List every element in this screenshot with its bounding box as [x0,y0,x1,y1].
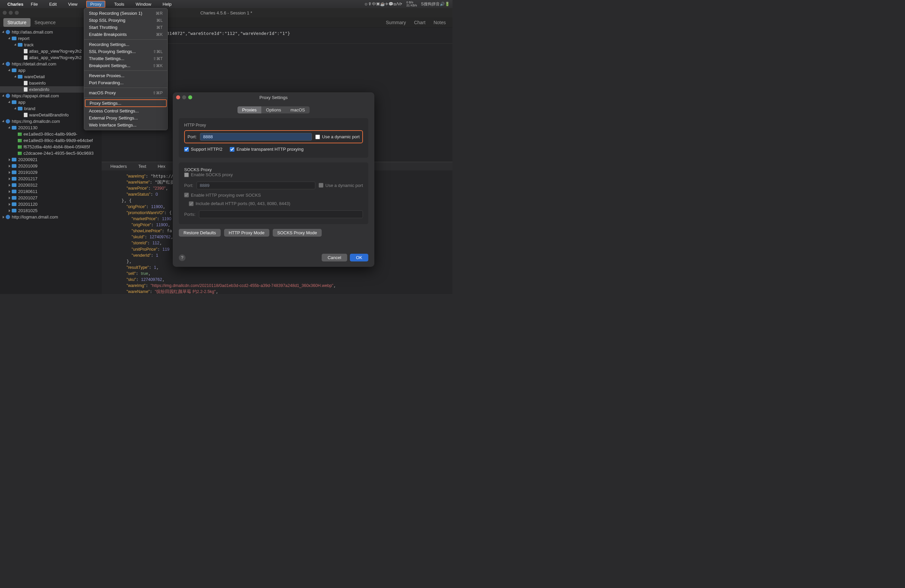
tree-row[interactable]: ee1a8ed3-89cc-4a8b-99d9-e64cbef [0,137,102,144]
tree-label: extendinfo [29,87,49,92]
socks-port-input[interactable] [197,181,315,189]
view-tab-structure[interactable]: Structure [3,18,30,27]
tree-row[interactable]: 20201009 [0,163,102,169]
tree-label: 20191029 [18,170,38,175]
app-name[interactable]: Charles [7,2,24,7]
globe-icon [6,215,10,219]
menu-item[interactable]: Reverse Proxies... [84,72,167,79]
tree-row[interactable]: ee1a8ed3-89cc-4a8b-99d9- [0,131,102,137]
tree-row[interactable]: 20201027 [0,195,102,201]
menu-file[interactable]: File [28,1,41,7]
dialog-segments[interactable]: ProxiesOptionsmacOS [173,106,374,113]
tree-row[interactable]: f6752d9a-4bfd-4b84-8be4-05f485f [0,144,102,150]
socks-port-label: Port: [184,183,193,188]
menu-proxy[interactable]: Proxy [86,1,105,8]
head-tab-summary[interactable]: Summary [386,20,406,25]
status-extra[interactable]: S [421,2,424,6]
menu-item[interactable]: SSL Proxying Settings...⇧⌘L [84,48,167,55]
image-icon [18,145,22,149]
globe-icon [6,119,10,124]
menu-item[interactable]: Stop SSL Proxying⌘L [84,17,167,24]
menu-item[interactable]: Throttle Settings...⇧⌘T [84,55,167,62]
dialog-traffic-lights[interactable] [176,95,192,99]
http-over-socks-checkbox[interactable]: Enable HTTP proxying over SOCKS [184,193,261,198]
menu-item[interactable]: macOS Proxy⇧⌘P [84,89,167,96]
restore-defaults-button[interactable]: Restore Defaults [179,229,221,237]
menu-item[interactable]: Proxy Settings... [85,99,167,107]
tree-row[interactable]: 20201120 [0,201,102,207]
tree-label: 20201120 [18,202,38,207]
socks-ports-input[interactable] [199,210,363,218]
ok-button[interactable]: OK [350,254,368,261]
folder-icon [12,68,16,72]
json-tab-text[interactable]: Text [133,162,152,170]
status-extra[interactable]: 🔊 [440,2,445,6]
menu-help[interactable]: Help [160,1,175,7]
tree-label: atlas_app_view?log=eyJh2 [29,49,81,54]
status-icon[interactable]: ✈ [385,2,389,6]
tree-row[interactable]: 20201217 [0,176,102,182]
tree-row[interactable]: 20200921 [0,156,102,163]
status-icon[interactable]: ☕ [380,2,385,6]
image-icon [18,152,22,155]
menu-item[interactable]: Start Throttling⌘T [84,24,167,31]
folder-icon [12,209,16,213]
menu-view[interactable]: View [65,1,80,7]
socks-proxy-mode-button[interactable]: SOCKS Proxy Mode [273,229,322,237]
menu-item[interactable]: Breakpoint Settings...⇧⌘K [84,62,167,69]
status-extra[interactable]: 搜狗拼音 [424,2,440,6]
enable-socks-checkbox[interactable]: Enable SOCKS proxy [184,172,233,177]
globe-icon [6,30,10,34]
menu-item[interactable]: Web Interface Settings... [84,121,167,129]
image-icon [18,133,22,136]
tree-row[interactable]: 20200312 [0,182,102,188]
status-icon[interactable]: ⟳ [399,2,402,6]
menu-item[interactable]: External Proxy Settings... [84,114,167,121]
menu-item[interactable]: Enable Breakpoints⌘K [84,31,167,38]
status-icon[interactable]: 中 [372,2,376,6]
status-icon[interactable]: 🎙 [368,2,372,6]
json-tab-hex[interactable]: Hex [152,162,171,170]
cancel-button[interactable]: Cancel [322,254,347,261]
head-tab-chart[interactable]: Chart [414,20,426,25]
tree-label: ee1a8ed3-89cc-4a8b-99d9- [24,132,77,137]
http-port-input[interactable] [200,133,312,141]
window-title: Charles 4.5.6 - Session 1 * [200,10,252,16]
proxy-menu-dropdown[interactable]: Stop Recording (Session 1)⌘RStop SSL Pro… [84,8,168,130]
status-extra[interactable]: 🔋 [445,2,450,6]
support-http2-checkbox[interactable]: Support HTTP/2 [184,147,222,152]
include-default-ports-checkbox[interactable]: Include default HTTP ports (80, 443, 808… [189,201,290,206]
seg-proxies[interactable]: Proxies [238,106,261,113]
http-dynamic-port-checkbox[interactable]: Use a dynamic port [315,134,360,139]
tree-label: f6752d9a-4bfd-4b84-8be4-05f485f [24,144,90,149]
menu-item[interactable]: Recording Settings... [84,41,167,48]
status-icon[interactable]: ☺ [364,2,368,6]
status-icon[interactable]: ▣ [376,2,380,6]
tree-row[interactable]: 20191029 [0,169,102,176]
menu-item[interactable]: Access Control Settings... [84,107,167,114]
tree-label: atlas_app_view?log=eyJh2 [29,55,81,60]
view-tab-sequence[interactable]: Sequence [30,18,60,27]
tree-label: https://img.dmallcdn.com [12,119,60,124]
menu-edit[interactable]: Edit [47,1,59,7]
seg-options[interactable]: Options [261,106,286,113]
folder-icon [12,183,16,187]
status-icon[interactable]: 💬 [389,2,394,6]
help-button[interactable]: ? [179,254,186,261]
http-proxy-mode-button[interactable]: HTTP Proxy Mode [224,229,269,237]
socks-dynamic-port-checkbox[interactable]: Use a dynamic port [319,183,363,188]
menu-window[interactable]: Window [133,1,154,7]
traffic-lights[interactable] [3,11,19,15]
head-tab-notes[interactable]: Notes [433,20,446,25]
tree-row[interactable]: 20180611 [0,188,102,195]
tree-row[interactable]: 20181025 [0,207,102,214]
menu-item[interactable]: Stop Recording (Session 1)⌘R [84,10,167,17]
json-tab-headers[interactable]: Headers [105,162,132,170]
tree-label: wareDetail [24,74,44,79]
tree-row[interactable]: http://logman.dmall.com [0,214,102,220]
seg-macos[interactable]: macOS [286,106,310,113]
menu-item[interactable]: Port Forwarding... [84,79,167,86]
transparent-proxy-checkbox[interactable]: Enable transparent HTTP proxying [230,147,303,152]
menu-tools[interactable]: Tools [111,1,127,7]
tree-row[interactable]: c2dcacee-24e1-4935-9ec5-90c9693 [0,150,102,156]
